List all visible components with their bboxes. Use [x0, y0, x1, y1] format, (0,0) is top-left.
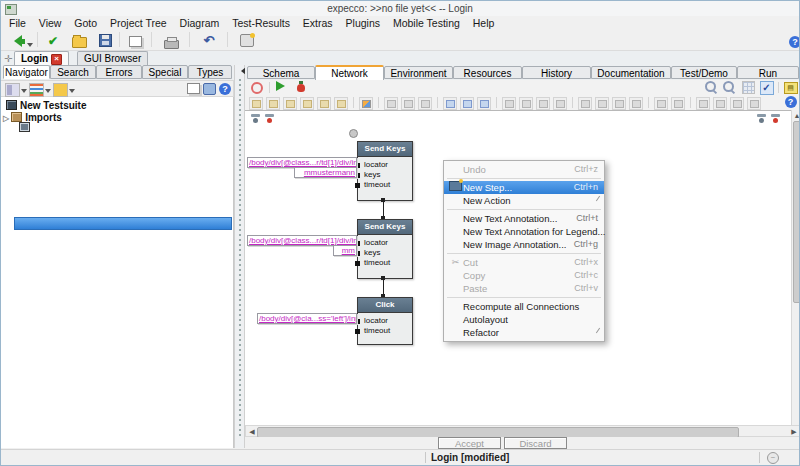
show-connections-icon[interactable]: [502, 97, 516, 110]
menu-file[interactable]: File: [4, 16, 31, 30]
pin-square-icon[interactable]: [355, 261, 360, 266]
save-button[interactable]: [93, 31, 117, 50]
debug-button[interactable]: [293, 81, 308, 93]
menu-help[interactable]: Help: [468, 16, 500, 30]
open-file-button[interactable]: [67, 31, 91, 50]
insert-input-pin-icon[interactable]: [401, 97, 415, 110]
tab-documentation[interactable]: Documentation: [591, 66, 671, 79]
layout-icon[interactable]: [203, 83, 216, 95]
tab-history[interactable]: History: [522, 66, 591, 79]
input-value-keys[interactable]: mm: [333, 245, 357, 256]
connect-pins-icon[interactable]: [443, 97, 457, 110]
tab-run[interactable]: Run: [737, 66, 799, 79]
tab-network[interactable]: Network: [315, 65, 384, 80]
output-pin-marker-right-icon[interactable]: [771, 114, 780, 123]
align-right-icon[interactable]: [266, 97, 280, 110]
split-connection-icon[interactable]: [671, 97, 685, 110]
vertical-scrollbar[interactable]: ▲: [791, 110, 800, 425]
back-button[interactable]: [4, 31, 36, 50]
scroll-right-icon[interactable]: ▶: [789, 427, 799, 436]
snap-toggle-button[interactable]: ✓: [759, 81, 774, 93]
step-block-send-keys-1[interactable]: Send Keys locator keys timeout: [357, 141, 413, 201]
menu-plugins[interactable]: Plugins: [341, 16, 385, 30]
hide-connections-icon[interactable]: [519, 97, 533, 110]
pin-square-icon[interactable]: [355, 329, 360, 334]
input-pin-marker-right-icon[interactable]: [757, 114, 766, 123]
distribute-vertical-icon[interactable]: [612, 97, 626, 110]
menu-item-recompute-connections[interactable]: Recompute all Connections: [444, 300, 604, 313]
center-horizontal-icon[interactable]: [317, 97, 331, 110]
zoom-out-button[interactable]: [703, 81, 718, 93]
menu-project-tree[interactable]: Project Tree: [105, 16, 172, 30]
step-block-send-keys-2[interactable]: Send Keys locator keys timeout: [357, 219, 413, 279]
run-button[interactable]: [275, 81, 290, 93]
line-style-spline-icon[interactable]: [747, 97, 761, 110]
tab-login[interactable]: Login ×: [14, 51, 69, 65]
menu-item-new-step[interactable]: New Step...Ctrl+n: [444, 181, 604, 194]
zoom-in-button[interactable]: [721, 81, 736, 93]
menu-test-results[interactable]: Test-Results: [227, 16, 295, 30]
align-top-icon[interactable]: [283, 97, 297, 110]
auto-connect-icon[interactable]: [477, 97, 491, 110]
input-value-keys[interactable]: mmustermann: [294, 167, 357, 178]
menu-goto[interactable]: Goto: [69, 16, 102, 30]
raise-step-icon[interactable]: [578, 97, 592, 110]
menu-item-new-text-annotation[interactable]: New Text Annotation...Ctrl+t: [444, 212, 604, 225]
input-value-locator[interactable]: /body/div[@cla...ss='left']/input: [257, 313, 357, 324]
tab-gui-browser[interactable]: GUI Browser: [77, 51, 148, 65]
lower-step-icon[interactable]: [595, 97, 609, 110]
menu-view[interactable]: View: [34, 16, 67, 30]
step-block-click[interactable]: Click locator timeout: [357, 297, 413, 345]
output-pin-marker-icon[interactable]: [265, 114, 274, 123]
highlight-connections-icon[interactable]: [536, 97, 550, 110]
dock-handle-icon[interactable]: ✛: [4, 53, 12, 64]
menu-item-new-action[interactable]: New Action: [444, 194, 604, 207]
align-left-icon[interactable]: [249, 97, 263, 110]
center-vertical-icon[interactable]: [334, 97, 348, 110]
new-window-button[interactable]: [123, 31, 147, 50]
print-button[interactable]: [159, 31, 183, 50]
tab-special[interactable]: Special: [142, 65, 188, 79]
menu-item-refactor[interactable]: Refactor: [444, 326, 604, 339]
tab-schema[interactable]: Schema: [247, 66, 315, 79]
diagram-canvas[interactable]: Send Keys locator keys timeout /body/div…: [245, 110, 791, 426]
expander-icon[interactable]: ▷: [3, 114, 9, 123]
status-lock-icon[interactable]: −: [767, 452, 779, 464]
align-bottom-icon[interactable]: [300, 97, 314, 110]
accept-button[interactable]: Accept: [438, 437, 501, 449]
line-style-straight-icon[interactable]: [696, 97, 710, 110]
horizontal-scrollbar[interactable]: ◀ ▶: [245, 425, 800, 437]
grid-toggle-button[interactable]: [741, 81, 756, 93]
start-node[interactable]: [349, 129, 358, 138]
tab-types[interactable]: Types: [188, 65, 232, 79]
panel-splitter[interactable]: [234, 65, 245, 448]
vertical-scroll-thumb[interactable]: [793, 121, 800, 303]
pin-square-icon[interactable]: [355, 183, 360, 188]
join-connection-icon[interactable]: [654, 97, 668, 110]
network-help-button[interactable]: ?: [783, 96, 798, 108]
tab-test-demo[interactable]: Test/Demo: [671, 66, 737, 79]
insert-output-pin-icon[interactable]: [418, 97, 432, 110]
menu-item-new-image-annotation[interactable]: New Image Annotation...Ctrl+g: [444, 238, 604, 251]
line-style-curved-icon[interactable]: [730, 97, 744, 110]
discard-button[interactable]: Discard: [504, 437, 567, 449]
undo-button[interactable]: ↶: [197, 31, 221, 50]
line-style-ortho-icon[interactable]: [713, 97, 727, 110]
scroll-left-icon[interactable]: ◀: [247, 427, 257, 436]
tab-environment[interactable]: Environment: [384, 66, 453, 79]
menu-mobile-testing[interactable]: Mobile Testing: [388, 16, 465, 30]
edit-connection-icon[interactable]: [460, 97, 474, 110]
menu-item-autolayout[interactable]: Autolayout: [444, 313, 604, 326]
distribute-horizontal-icon[interactable]: [629, 97, 643, 110]
tree-item-testsuite[interactable]: New Testsuite: [6, 100, 87, 112]
menu-extras[interactable]: Extras: [298, 16, 338, 30]
menu-diagram[interactable]: Diagram: [175, 16, 225, 30]
tree-item-login[interactable]: Login: [19, 122, 60, 134]
navigator-help-icon[interactable]: ?: [219, 83, 231, 95]
menu-item-new-text-annotation-legend[interactable]: New Text Annotation for Legend...: [444, 225, 604, 238]
input-pin-marker-icon[interactable]: [251, 114, 260, 123]
insert-step-icon[interactable]: [384, 97, 398, 110]
tab-navigator[interactable]: Navigator: [3, 65, 50, 79]
fade-connections-icon[interactable]: [553, 97, 567, 110]
detach-view-icon[interactable]: [187, 83, 200, 94]
